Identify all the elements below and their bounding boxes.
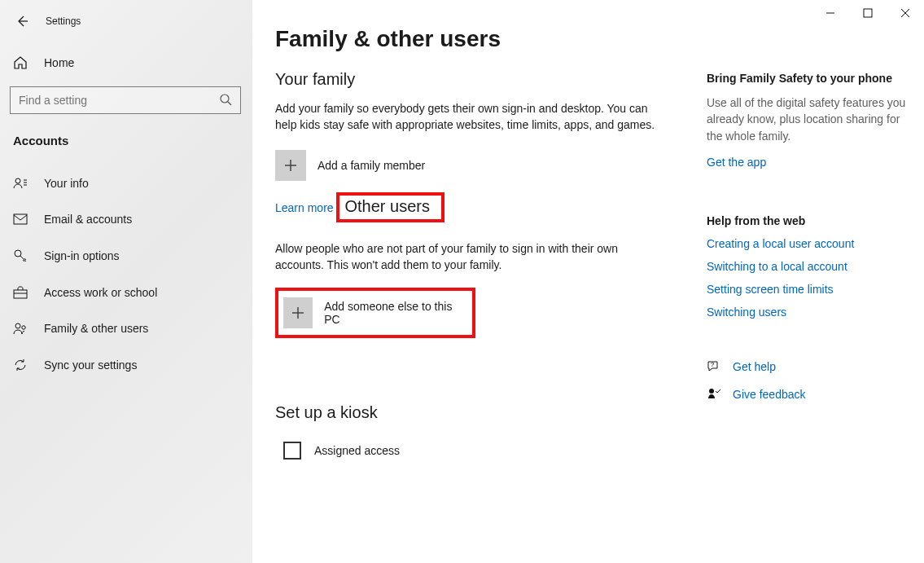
add-someone-button[interactable]: Add someone else to this PC	[283, 296, 464, 330]
person-icon	[13, 177, 29, 190]
back-button[interactable]	[10, 9, 34, 33]
sidebar-item-your-info[interactable]: Your info	[0, 165, 252, 201]
sidebar-item-sync[interactable]: Sync your settings	[0, 346, 252, 384]
family-safety-desc: Use all of the digital safety features y…	[707, 95, 918, 144]
sidebar-home[interactable]: Home	[0, 46, 252, 80]
add-someone-label: Add someone else to this PC	[324, 300, 464, 326]
add-family-label: Add a family member	[317, 159, 425, 172]
help-link-switch-local[interactable]: Switching to a local account	[707, 260, 918, 273]
get-help-label: Get help	[733, 360, 776, 373]
briefcase-icon	[13, 286, 29, 299]
other-users-heading: Other users	[344, 197, 429, 216]
search-icon	[219, 93, 232, 108]
home-label: Home	[44, 56, 74, 69]
sidebar-item-label: Family & other users	[44, 322, 148, 335]
key-icon	[13, 249, 29, 263]
help-icon: ?	[707, 359, 723, 374]
plus-icon	[283, 297, 313, 328]
sidebar-item-label: Email & accounts	[44, 213, 132, 226]
sync-icon	[13, 358, 29, 372]
sidebar-item-family[interactable]: Family & other users	[0, 310, 252, 346]
sidebar-item-label: Your info	[44, 177, 89, 190]
sidebar-item-work[interactable]: Access work or school	[0, 275, 252, 310]
search-box[interactable]	[10, 86, 241, 114]
close-button[interactable]	[887, 0, 924, 26]
highlight-other-users: Other users	[336, 192, 444, 222]
help-link-switching-users[interactable]: Switching users	[707, 306, 918, 319]
svg-point-3	[15, 250, 21, 257]
assigned-access-button[interactable]: Assigned access	[275, 442, 658, 460]
sidebar-item-email[interactable]: Email & accounts	[0, 201, 252, 237]
search-input[interactable]	[19, 94, 219, 107]
maximize-button[interactable]	[849, 0, 887, 26]
other-users-desc: Allow people who are not part of your fa…	[275, 240, 658, 274]
plus-icon	[275, 150, 306, 181]
page-title: Family & other users	[275, 26, 924, 52]
sidebar-item-label: Access work or school	[44, 286, 157, 299]
highlight-add-someone: Add someone else to this PC	[275, 288, 475, 338]
home-icon	[13, 55, 29, 70]
sidebar-item-label: Sync your settings	[44, 358, 137, 372]
kiosk-heading: Set up a kiosk	[275, 403, 658, 422]
add-family-member-button[interactable]: Add a family member	[275, 148, 658, 183]
kiosk-icon	[283, 442, 301, 460]
help-web-heading: Help from the web	[707, 214, 918, 227]
get-help-button[interactable]: ? Get help	[707, 359, 918, 374]
sidebar-nav: Your info Email & accounts Sign-in optio…	[0, 165, 252, 384]
get-app-link[interactable]: Get the app	[707, 156, 766, 169]
your-family-desc: Add your family so everybody gets their …	[275, 100, 658, 134]
give-feedback-button[interactable]: Give feedback	[707, 387, 918, 402]
your-family-heading: Your family	[275, 70, 658, 89]
svg-point-9	[709, 389, 714, 394]
content-area: Family & other users Your family Add you…	[252, 0, 924, 563]
svg-rect-4	[14, 290, 27, 298]
sidebar-section: Accounts	[0, 122, 252, 157]
svg-point-1	[15, 178, 20, 183]
svg-point-5	[15, 323, 20, 328]
svg-point-0	[221, 95, 229, 103]
svg-text:?: ?	[711, 361, 715, 368]
people-icon	[13, 322, 29, 335]
learn-more-link[interactable]: Learn more	[275, 201, 334, 214]
app-title: Settings	[46, 15, 81, 27]
sidebar: Settings Home Accounts Your info	[0, 0, 252, 563]
svg-rect-7	[864, 9, 872, 17]
help-link-screen-time[interactable]: Setting screen time limits	[707, 283, 918, 296]
sidebar-item-signin[interactable]: Sign-in options	[0, 237, 252, 275]
minimize-button[interactable]	[812, 0, 849, 26]
svg-rect-2	[14, 214, 27, 224]
feedback-icon	[707, 387, 723, 402]
svg-point-6	[22, 326, 25, 329]
sidebar-item-label: Sign-in options	[44, 249, 120, 262]
give-feedback-label: Give feedback	[733, 388, 806, 401]
family-safety-heading: Bring Family Safety to your phone	[707, 72, 918, 85]
mail-icon	[13, 213, 29, 225]
assigned-access-label: Assigned access	[314, 444, 400, 457]
help-link-local-user[interactable]: Creating a local user account	[707, 237, 918, 250]
